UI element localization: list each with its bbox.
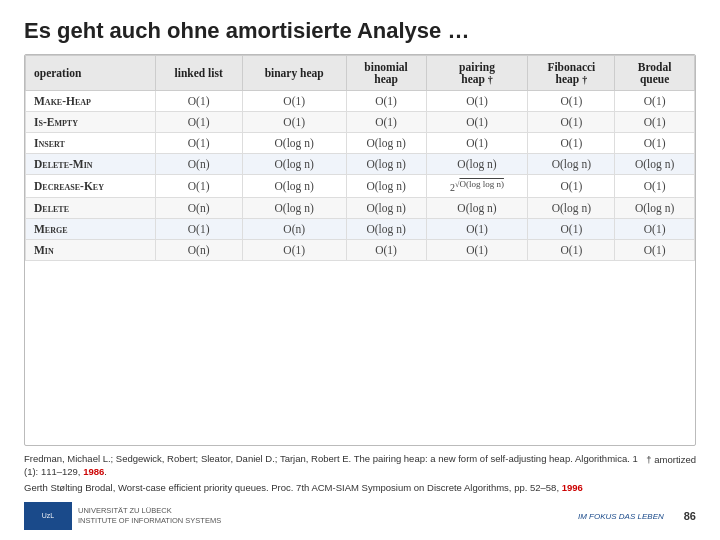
col-header-linked-list: linked list <box>155 56 242 91</box>
complexity-cell: O(1) <box>155 219 242 240</box>
operation-cell: Min <box>26 240 156 261</box>
footnote-2: Gerth Stølting Brodal, Worst-case effici… <box>24 481 638 494</box>
operation-cell: Merge <box>26 219 156 240</box>
complexity-cell: O(log n) <box>346 219 426 240</box>
bottom-bar: UzL UNIVERSITÄT ZU LÜBECK INSTITUTE OF I… <box>24 502 696 530</box>
complexity-cell: O(1) <box>615 112 695 133</box>
col-header-binomial-heap: binomialheap <box>346 56 426 91</box>
complexity-cell: O(log n) <box>426 154 528 175</box>
footnote-1: Fredman, Michael L.; Sedgewick, Robert; … <box>24 452 638 479</box>
col-header-binary-heap: binary heap <box>242 56 346 91</box>
complexity-cell: O(1) <box>528 240 615 261</box>
complexity-cell: O(1) <box>528 219 615 240</box>
complexity-cell: O(1) <box>615 175 695 198</box>
logo-area: UzL UNIVERSITÄT ZU LÜBECK INSTITUTE OF I… <box>24 502 221 530</box>
complexity-cell: O(log n) <box>346 133 426 154</box>
page-title: Es geht auch ohne amortisierte Analyse … <box>24 18 696 44</box>
complexity-cell: O(1) <box>155 91 242 112</box>
page-number: 86 <box>684 510 696 522</box>
table-row: DeleteO(n)O(log n)O(log n)O(log n)O(log … <box>26 198 695 219</box>
university-logo: UzL <box>24 502 72 530</box>
complexity-cell: O(1) <box>426 219 528 240</box>
complexity-cell: O(1) <box>528 91 615 112</box>
footnote-area: Fredman, Michael L.; Sedgewick, Robert; … <box>24 452 696 496</box>
complexity-cell: O(log n) <box>615 198 695 219</box>
complexity-cell: O(log n) <box>242 133 346 154</box>
complexity-cell: 2√O(log log n) <box>426 175 528 198</box>
complexity-cell: O(1) <box>615 219 695 240</box>
complexity-cell: O(log n) <box>346 175 426 198</box>
table-row: Decrease-KeyO(1)O(log n)O(log n)2√O(log … <box>26 175 695 198</box>
complexity-cell: O(1) <box>242 91 346 112</box>
slide: Es geht auch ohne amortisierte Analyse …… <box>0 0 720 540</box>
table-row: InsertO(1)O(log n)O(log n)O(1)O(1)O(1) <box>26 133 695 154</box>
complexity-cell: O(log n) <box>426 198 528 219</box>
table-header-row: operation linked list binary heap binomi… <box>26 56 695 91</box>
operation-cell: Delete <box>26 198 156 219</box>
im-focus-text: IM FOKUS DAS LEBEN <box>578 512 664 521</box>
complexity-cell: O(1) <box>346 91 426 112</box>
col-header-pairing-heap: pairingheap † <box>426 56 528 91</box>
complexity-cell: O(log n) <box>242 198 346 219</box>
complexity-cell: O(log n) <box>242 175 346 198</box>
complexity-cell: O(log n) <box>528 198 615 219</box>
complexity-cell: O(1) <box>426 240 528 261</box>
complexity-cell: O(1) <box>426 133 528 154</box>
amortized-note: † amortized <box>646 454 696 465</box>
operation-cell: Delete-Min <box>26 154 156 175</box>
col-header-brodal-queue: Brodalqueue <box>615 56 695 91</box>
complexity-cell: O(1) <box>155 133 242 154</box>
complexity-cell: O(1) <box>426 91 528 112</box>
complexity-cell: O(log n) <box>242 154 346 175</box>
complexity-cell: O(n) <box>155 198 242 219</box>
complexity-cell: O(1) <box>346 240 426 261</box>
complexity-cell: O(log n) <box>346 154 426 175</box>
complexity-cell: O(n) <box>155 240 242 261</box>
complexity-cell: O(n) <box>155 154 242 175</box>
complexity-cell: O(1) <box>242 112 346 133</box>
complexity-cell: O(log n) <box>615 154 695 175</box>
complexity-cell: O(1) <box>155 175 242 198</box>
table-row: MergeO(1)O(n)O(log n)O(1)O(1)O(1) <box>26 219 695 240</box>
footnotes: Fredman, Michael L.; Sedgewick, Robert; … <box>24 452 638 496</box>
col-header-operation: operation <box>26 56 156 91</box>
complexity-cell: O(1) <box>615 240 695 261</box>
operation-cell: Insert <box>26 133 156 154</box>
complexity-cell: O(1) <box>528 133 615 154</box>
complexity-cell: O(log n) <box>528 154 615 175</box>
table-row: Is-EmptyO(1)O(1)O(1)O(1)O(1)O(1) <box>26 112 695 133</box>
table-container: operation linked list binary heap binomi… <box>24 54 696 446</box>
complexity-cell: O(log n) <box>346 198 426 219</box>
complexity-cell: O(1) <box>346 112 426 133</box>
university-text: UNIVERSITÄT ZU LÜBECK INSTITUTE OF INFOR… <box>78 506 221 526</box>
complexity-cell: O(1) <box>155 112 242 133</box>
complexity-cell: O(1) <box>426 112 528 133</box>
complexity-cell: O(1) <box>528 175 615 198</box>
table-row: Make-HeapO(1)O(1)O(1)O(1)O(1)O(1) <box>26 91 695 112</box>
complexity-cell: O(1) <box>615 133 695 154</box>
table-row: Delete-MinO(n)O(log n)O(log n)O(log n)O(… <box>26 154 695 175</box>
complexity-cell: O(1) <box>528 112 615 133</box>
operation-cell: Is-Empty <box>26 112 156 133</box>
complexity-cell: O(n) <box>242 219 346 240</box>
table-row: MinO(n)O(1)O(1)O(1)O(1)O(1) <box>26 240 695 261</box>
complexity-cell: O(1) <box>242 240 346 261</box>
operation-cell: Make-Heap <box>26 91 156 112</box>
complexity-table: operation linked list binary heap binomi… <box>25 55 695 261</box>
operation-cell: Decrease-Key <box>26 175 156 198</box>
complexity-cell: O(1) <box>615 91 695 112</box>
col-header-fibonacci-heap: Fibonacciheap † <box>528 56 615 91</box>
